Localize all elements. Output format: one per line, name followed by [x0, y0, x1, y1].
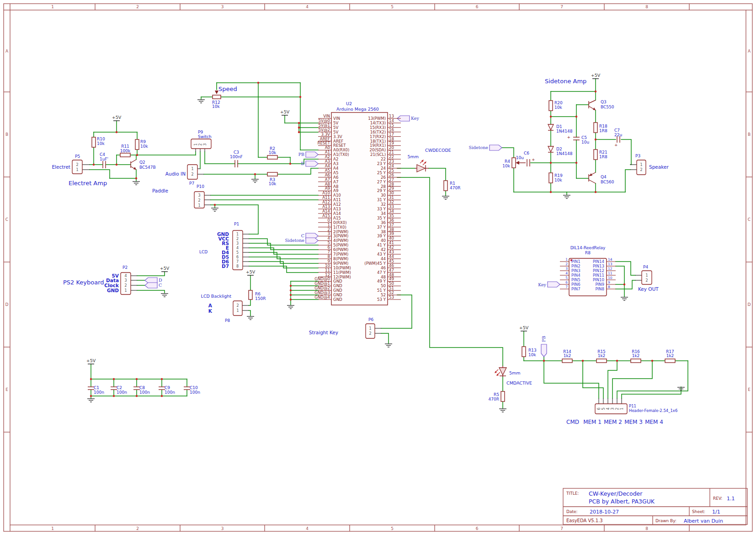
c7-ref: C7: [614, 128, 620, 133]
u2-pin-name-right: 46: [381, 266, 386, 270]
u2-pin-name-right: 44: [381, 257, 386, 261]
u2-pin-name-right: 40: [381, 238, 386, 243]
resistor-R15[interactable]: R15 1k2: [596, 349, 607, 363]
net-flag-icon[interactable]: [145, 278, 157, 283]
c9-val: 100n: [165, 390, 175, 395]
u2-pin-net-left: A13: [322, 204, 330, 209]
p11-pin-number: 4: [606, 407, 610, 410]
u2-pin-name-left: 8(PWM): [333, 257, 348, 261]
p1-pin-number: 3: [236, 241, 239, 246]
net-flag-icon[interactable]: [306, 238, 318, 243]
u2-pin-name-right: 30: [381, 193, 386, 198]
p5-pin-number: 1: [76, 168, 78, 172]
net-flag-icon[interactable]: [548, 282, 560, 287]
u2-pin-number-right: 52: [389, 290, 394, 295]
r8-pin-number: 9: [608, 280, 610, 284]
resistor-R14[interactable]: R14 1k2: [562, 349, 572, 363]
drawn-by-label: Drawn By:: [655, 519, 676, 523]
c4-val: 1uF': [100, 157, 108, 161]
junction-dot: [113, 395, 115, 397]
netlabel-pb: PB: [298, 152, 304, 157]
p5-ref: P5: [75, 154, 80, 159]
u2-pin-net-left: 2: [328, 227, 330, 232]
date-value: 2018-10-27: [590, 509, 619, 515]
r1-ref: R1: [450, 181, 455, 186]
r2-val: 10k: [269, 150, 277, 155]
netlabel-d: D: [301, 161, 304, 166]
p1-pin-number: 1: [236, 232, 239, 236]
p9-ref: P9: [198, 130, 203, 134]
plus5v-label: +5V: [280, 109, 290, 114]
junction-dot: [298, 127, 300, 128]
r11-val: 100k: [120, 149, 131, 153]
p2-ref: P2: [122, 265, 128, 270]
u2-pin-name-right: 28: [381, 184, 386, 189]
junction-dot: [582, 360, 584, 362]
p7-ref: P7: [189, 181, 194, 186]
u2-pin-name-left: 4(PWM): [333, 238, 348, 243]
junction-dot: [116, 131, 117, 133]
r18-val: 1R8: [599, 128, 607, 133]
u2-pin-net-left: GND@4: [314, 295, 330, 300]
c1-ref: C1: [94, 385, 99, 390]
p10-pin-number: 2: [198, 198, 200, 203]
u2-pin-net-left: 12: [325, 273, 330, 277]
junction-dot: [90, 395, 92, 397]
p4-pin-number: 1: [645, 273, 648, 278]
net-flag-icon[interactable]: [306, 161, 318, 166]
junction-dot: [290, 289, 292, 291]
resistor-R18[interactable]: R18 1R8: [594, 123, 607, 133]
r8-val: DIL14-ReedRelay: [570, 246, 606, 250]
r8-ref: R8: [585, 251, 591, 255]
c5-ref: C5: [581, 135, 587, 140]
u2-pin-name-right: 15(RX3): [370, 125, 386, 130]
resistor-R17[interactable]: R17 1k2: [665, 349, 675, 363]
resistor-R10[interactable]: R10 10k: [92, 137, 105, 147]
u2-pin-name-left: 11(PWM): [333, 270, 351, 275]
frame-col-label: 7: [560, 526, 563, 531]
u2-pin-name-right: 49 Y: [377, 279, 386, 284]
netlabel-c: C: [159, 283, 162, 288]
net-flag-icon[interactable]: [145, 283, 157, 288]
u2-pin-net-left: 11: [325, 268, 330, 273]
net-flag-icon[interactable]: [306, 152, 318, 157]
p7-pin-number: 2: [191, 172, 193, 177]
netlabel-pb: PB: [541, 336, 546, 342]
u2-pin-net-left: 8: [328, 254, 330, 259]
rev-value: 1.1: [727, 496, 735, 502]
u2-pin-net-left: RESET: [317, 141, 330, 145]
p10-ref: P10: [197, 184, 204, 189]
ic-U2-arduino-mega[interactable]: U2 Arduino Mega 2560 VINVIN13(PWM)135V@0…: [314, 101, 401, 305]
resistor-R16[interactable]: R16 1k2: [631, 349, 641, 363]
title-line2: PCB by Albert, PA3GUK: [589, 498, 655, 505]
junction-dot: [543, 360, 545, 362]
plus5v-label: +5V: [246, 269, 256, 274]
resistor-R13[interactable]: R13 10k: [522, 347, 537, 357]
net-flag-icon[interactable]: [541, 344, 547, 357]
r8-pin-number: 12: [608, 267, 612, 271]
p4-ref: P4: [643, 265, 648, 269]
u2-pin-number-right: 23: [389, 159, 394, 164]
net-flag-icon[interactable]: [490, 145, 502, 150]
resistor-R21[interactable]: R21 1R8: [594, 150, 607, 160]
r8-pin-name: PIN5: [571, 278, 580, 282]
junction-dot: [550, 116, 552, 118]
r9-ref: R9: [140, 139, 146, 144]
u2-pin-net-left: 5: [328, 241, 330, 245]
p6-pin-number: 2: [369, 332, 371, 336]
resistor-R19[interactable]: R19 10k: [549, 173, 563, 183]
u2-pin-net-left: VIN: [323, 114, 330, 118]
c3-val: 100nF: [230, 155, 243, 159]
p3-pin-number: 2: [640, 168, 642, 172]
u2-pin-name-right: 50: [381, 284, 386, 288]
u2-pin-number-right: 20: [389, 145, 394, 150]
resistor-R11[interactable]: R11 100k: [120, 144, 131, 157]
resistor-R20[interactable]: R20 10k: [549, 101, 563, 111]
junction-dot: [595, 139, 596, 140]
junction-dot: [113, 378, 115, 380]
junction-dot: [298, 131, 300, 133]
u2-pin-name-left: 3.3V: [333, 134, 342, 139]
schematic-canvas: 1122334455667788AABBCCDDEE +5V R10 10k R…: [0, 0, 756, 535]
junction-dot: [136, 154, 138, 156]
r18-ref: R18: [599, 124, 607, 128]
